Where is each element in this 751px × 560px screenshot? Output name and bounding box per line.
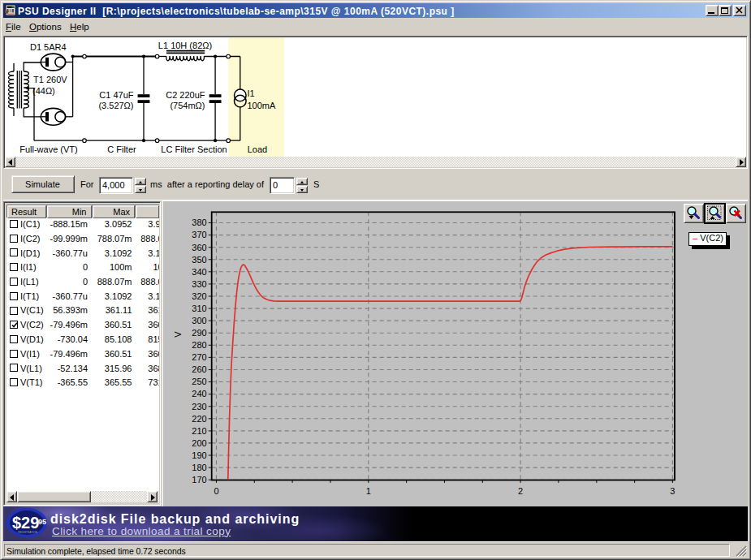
svg-text:L1 10H (82Ω): L1 10H (82Ω) — [158, 41, 212, 50]
svg-text:0: 0 — [214, 486, 218, 496]
svg-text:LC Filter Section: LC Filter Section — [161, 144, 227, 154]
svg-text:310: 310 — [192, 304, 206, 313]
svg-text:190: 190 — [192, 450, 206, 460]
svg-text:290: 290 — [192, 328, 206, 338]
svg-text:370: 370 — [192, 230, 206, 239]
svg-text:95: 95 — [38, 518, 46, 526]
svg-text:C Filter: C Filter — [107, 144, 136, 154]
svg-text:Load: Load — [248, 144, 267, 154]
svg-text:350: 350 — [192, 255, 206, 265]
svg-text:300: 300 — [192, 316, 206, 325]
svg-text:360: 360 — [192, 243, 206, 252]
svg-text:250: 250 — [192, 377, 206, 386]
svg-text:380: 380 — [192, 218, 206, 227]
svg-text:REGISTRATION: REGISTRATION — [18, 531, 37, 534]
svg-text:1: 1 — [366, 486, 371, 496]
svg-text:T1 260V: T1 260V — [33, 75, 67, 84]
svg-text:230: 230 — [192, 402, 206, 411]
svg-text:280: 280 — [192, 340, 206, 350]
svg-text:$29: $29 — [12, 514, 39, 532]
svg-text:Full-wave (VT): Full-wave (VT) — [19, 144, 78, 154]
svg-text:(3.527Ω): (3.527Ω) — [98, 101, 133, 110]
svg-text:D1 5AR4: D1 5AR4 — [30, 42, 67, 52]
svg-text:240: 240 — [192, 389, 206, 398]
svg-text:180: 180 — [192, 463, 206, 472]
svg-text:3: 3 — [670, 486, 675, 496]
svg-text:170: 170 — [192, 475, 206, 485]
svg-text:V: V — [173, 331, 183, 338]
svg-text:330: 330 — [192, 279, 206, 289]
svg-text:260: 260 — [192, 364, 206, 374]
svg-text:C1 47uF: C1 47uF — [99, 90, 133, 100]
svg-text:210: 210 — [192, 426, 206, 436]
svg-text:(754mΩ): (754mΩ) — [170, 101, 205, 110]
svg-text:320: 320 — [192, 291, 206, 301]
svg-text:2: 2 — [518, 486, 523, 496]
svg-text:100mA: 100mA — [248, 101, 277, 110]
svg-text:270: 270 — [192, 352, 206, 362]
svg-text:C2 220uF: C2 220uF — [166, 90, 205, 100]
svg-text:(44Ω): (44Ω) — [32, 86, 55, 96]
svg-text:200: 200 — [192, 438, 206, 448]
svg-text:I1: I1 — [248, 88, 255, 98]
svg-text:220: 220 — [192, 414, 206, 424]
svg-text:340: 340 — [192, 267, 206, 277]
